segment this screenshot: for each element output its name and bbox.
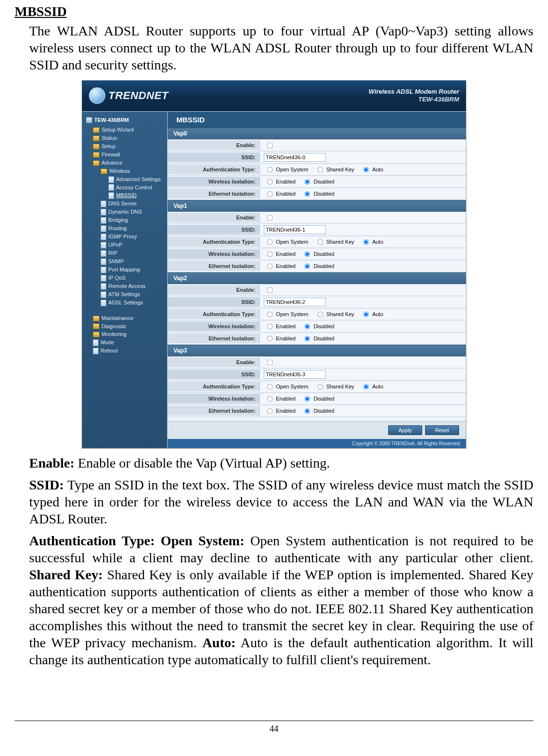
form-row: Ethernet Isolation:EnabledDisabled [168,188,466,200]
router-admin-screenshot: TRENDNET Wireless ADSL Modem Router TEW-… [82,80,466,449]
isolation-radio[interactable] [267,323,273,329]
enable-checkbox[interactable] [267,287,273,293]
sidebar-item[interactable]: Port Mapping [93,266,164,274]
enable-checkbox[interactable] [267,215,273,220]
sidebar-item[interactable]: Setup [93,143,164,151]
auth-radio[interactable] [317,167,323,172]
apply-button[interactable]: Apply [388,425,422,435]
sidebar-item[interactable]: RIP [93,250,164,257]
enable-checkbox[interactable] [267,359,273,365]
ssid-input[interactable] [264,225,326,234]
isolation-radio[interactable] [267,179,273,185]
form-row: Authentication Type:Open SystemShared Ke… [168,308,466,320]
auth-radio[interactable] [363,311,369,317]
sidebar-item[interactable]: Reboot [93,347,164,355]
sidebar-item[interactable]: Bridging [93,217,164,224]
reset-button[interactable]: Reset [425,425,459,435]
isolation-radio[interactable] [305,396,310,402]
auth-radio[interactable] [267,167,273,172]
radio-label: Auto [372,167,383,172]
sidebar-item[interactable]: Monitoring [93,331,164,338]
form-row: Wireless Isolation:EnabledDisabled [168,393,466,405]
sidebar-item[interactable]: IGMP Proxy [93,233,164,241]
sidebar-item[interactable]: Diagnostic [93,323,164,331]
sidebar-item-label: Setup [102,143,116,151]
sidebar-item[interactable]: Routing [93,225,164,233]
folder-icon [93,152,100,158]
sidebar-item[interactable]: Wireless [93,168,164,175]
page-icon [101,267,106,273]
isolation-radio[interactable] [305,191,310,197]
sidebar-item[interactable]: Mode [93,339,164,347]
auth-radio[interactable] [267,311,273,317]
radio-label: Shared Key [326,384,354,389]
sidebar-item-label: Dynamic DNS [108,208,142,216]
sidebar-item[interactable]: Dynamic DNS [93,208,164,216]
vap-section-header: Vap2 [168,272,466,284]
auth-radio[interactable] [267,239,273,245]
ssid-input[interactable] [264,370,326,379]
sidebar-item[interactable]: IP QoS [93,274,164,282]
nav-tree: Setup WizardStatusSetupFirewallAdvanceWi… [86,126,164,307]
auth-radio[interactable] [363,167,369,172]
form-label: Ethernet Isolation: [168,189,260,199]
page-icon [101,234,106,240]
nav-tree-2: MaintainanceDiagnosticMonitoringModeRebo… [86,315,164,355]
sidebar-item[interactable]: Remote Access [93,283,164,290]
auth-radio[interactable] [317,239,323,245]
sidebar-item[interactable]: MBSSID [93,192,164,200]
sidebar-item[interactable]: UPnP [93,241,164,249]
ssid-input[interactable] [264,153,326,162]
page-icon [108,184,114,191]
isolation-radio[interactable] [267,336,273,341]
isolation-radio[interactable] [267,251,273,257]
auth-radio[interactable] [363,384,369,389]
vap-section-header: Vap1 [168,200,466,212]
sidebar-item[interactable]: Advance [93,159,164,167]
enable-checkbox[interactable] [267,142,273,148]
isolation-radio[interactable] [305,179,310,185]
auth-radio[interactable] [267,384,273,389]
sidebar-item[interactable]: Setup Wizard [93,126,164,134]
radio-label: Enabled [276,263,295,269]
page-icon [108,176,114,183]
sidebar-item[interactable]: SNMP [93,258,164,266]
page-icon [101,225,106,232]
sidebar-item[interactable]: ATM Settings [93,291,164,299]
sidebar-item[interactable]: ADSL Settings [93,299,164,307]
isolation-radio[interactable] [305,323,310,329]
isolation-radio[interactable] [267,408,273,414]
sidebar-item[interactable]: Firewall [93,151,164,159]
isolation-radio[interactable] [305,408,310,414]
page-icon [93,339,99,346]
auth-radio[interactable] [317,311,323,317]
sidebar-item[interactable]: Access Control [93,184,164,192]
isolation-radio[interactable] [305,251,310,257]
isolation-radio[interactable] [305,263,310,269]
folder-icon [93,127,100,133]
isolation-radio[interactable] [305,336,310,341]
radio-label: Open System [276,239,308,245]
form-label: Wireless Isolation: [168,249,260,259]
auth-radio[interactable] [317,384,323,389]
tree-root[interactable]: TEW-436BRM [86,117,164,124]
form-value [260,213,466,222]
page-icon [101,275,106,282]
form-label: Authentication Type: [168,309,260,319]
brand-logo: TRENDNET [89,87,169,104]
isolation-radio[interactable] [267,396,273,402]
auth-radio[interactable] [363,239,369,245]
isolation-radio[interactable] [267,191,273,197]
sidebar-item[interactable]: DNS Server [93,200,164,208]
form-value: EnabledDisabled [260,334,466,343]
sidebar-item-label: IGMP Proxy [108,233,137,241]
radio-label: Disabled [313,179,334,185]
sidebar-item[interactable]: Advanced Settings [93,176,164,184]
sidebar-item[interactable]: Status [93,134,164,142]
sidebar-item[interactable]: Maintainance [93,315,164,322]
sidebar-item-label: MBSSID [116,192,137,200]
radio-label: Auto [372,239,383,245]
page-icon [101,258,106,265]
isolation-radio[interactable] [267,263,273,269]
ssid-input[interactable] [264,298,326,306]
